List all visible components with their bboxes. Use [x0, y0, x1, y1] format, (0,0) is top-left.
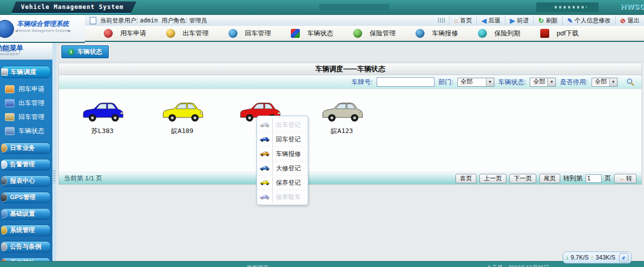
- window-title: Vehicle Management System: [11, 1, 137, 14]
- brand-title: 车辆综合管理系统: [17, 19, 69, 28]
- sidebar-section[interactable]: 告警管理: [0, 159, 51, 170]
- sidebar-section[interactable]: GPS管理: [0, 192, 51, 203]
- insurance-due-icon: [478, 29, 487, 38]
- toolbar-item[interactable]: 用车申请: [104, 29, 146, 38]
- toolbar-item[interactable]: 回车管理: [228, 29, 271, 38]
- nav-item[interactable]: ⊘ 退出: [615, 16, 644, 24]
- menu-return-icon: [5, 113, 14, 121]
- login-role-label: 用户角色:: [162, 17, 187, 24]
- context-menu-item[interactable]: 车辆报修: [257, 146, 308, 161]
- sidebar-section[interactable]: 报表中心: [0, 175, 51, 187]
- plate-label: 车牌号:: [352, 78, 373, 87]
- logout-icon: ⊘: [620, 17, 626, 24]
- report-center-icon: [0, 177, 7, 185]
- menu-status-icon: [5, 127, 14, 135]
- watermark-logo: HWSG: [621, 2, 644, 10]
- nav-item[interactable]: ◀ 后退: [476, 16, 505, 24]
- page-indicator: 当前第 1/1 页: [64, 174, 102, 183]
- nav-item[interactable]: ▶ 前进: [505, 16, 533, 24]
- banner-decoration: [555, 6, 587, 8]
- plate-input[interactable]: [377, 77, 434, 87]
- main-content: 1 车辆状态 车辆调度——车辆状态 车牌号: 部门: 全部 ▼ 车辆状态: 全部…: [56, 43, 644, 261]
- tab-vehicle-status[interactable]: 1 车辆状态: [61, 45, 109, 58]
- insurance-manage-icon: [353, 29, 362, 38]
- download-speed: 9.7K/S: [571, 254, 589, 261]
- toolbar-item-label: 保险管理: [370, 29, 396, 38]
- vehicle-card[interactable]: 皖A189: [159, 100, 206, 135]
- context-menu-item-label: 大修登记: [276, 164, 301, 173]
- app-logo-icon: [0, 20, 14, 38]
- prev-page-button[interactable]: 上一页: [479, 174, 506, 183]
- sidebar-section-label: 日常业务: [10, 144, 35, 152]
- goto-label: 转到第: [563, 174, 583, 183]
- sidebar-item[interactable]: 用车申请: [0, 82, 52, 96]
- toolbar-item[interactable]: 车辆报修: [416, 29, 458, 38]
- dept-select[interactable]: 全部 ▼: [457, 78, 494, 87]
- sidebar-item-label: 用车申请: [18, 85, 44, 94]
- stop-select[interactable]: 全部 ▼: [592, 78, 618, 87]
- toolbar-item[interactable]: 出车管理: [166, 29, 209, 38]
- sidebar-section[interactable]: 基础设置: [0, 208, 51, 220]
- network-speed-widget: ↓ 9.7K/S ↑ 343K/S e: [563, 252, 632, 264]
- scrollbar-thumb[interactable]: [53, 170, 55, 183]
- footer-bar: 版权所有： 今天是：2012年12月26日: [0, 261, 644, 267]
- sidebar-item-label: 车辆状态: [18, 127, 44, 135]
- car-icon: [0, 68, 8, 76]
- chevron-down-icon: ▼: [486, 78, 494, 86]
- sidebar-items: 用车申请 出车管理 回车管理 车辆状态: [0, 82, 52, 138]
- status-select[interactable]: 全部 ▼: [530, 78, 556, 87]
- goto-page-input[interactable]: [586, 174, 602, 183]
- next-page-button[interactable]: 下一页: [509, 174, 536, 183]
- vehicle-card[interactable]: 皖A123: [318, 100, 366, 135]
- context-menu-item[interactable]: 保养登记: [257, 175, 308, 190]
- nav-item[interactable]: ⌂ 首页: [449, 16, 476, 24]
- notice-rules-icon: [0, 243, 7, 251]
- context-menu-item[interactable]: 大修登记: [257, 161, 308, 175]
- nav-item[interactable]: ↻ 刷新: [533, 16, 562, 24]
- context-menu-item[interactable]: 回车登记: [257, 132, 308, 146]
- context-menu-item-label: 车辆报修: [276, 150, 301, 158]
- toolbar-item[interactable]: pdf下载: [540, 29, 579, 38]
- sidebar-item[interactable]: 回车管理: [0, 110, 52, 124]
- context-menu-item-label: 保养取车: [276, 193, 301, 202]
- sidebar-scrollbar[interactable]: [52, 43, 56, 267]
- go-button[interactable]: → 转: [614, 174, 637, 183]
- sidebar-section[interactable]: 公告与条例: [0, 241, 51, 253]
- brand-panel: 车辆综合管理系统 ◀Vehicle Management System▶: [0, 15, 85, 43]
- page-unit-label: 页: [605, 174, 611, 183]
- search-icon[interactable]: [626, 78, 635, 87]
- toolbar-item[interactable]: 车辆状态: [291, 29, 333, 38]
- toolbar-item[interactable]: 保险管理: [353, 29, 396, 38]
- login-user-value: admin: [140, 17, 158, 24]
- brand-subtitle: ◀Vehicle Management System▶: [15, 29, 71, 33]
- sidebar-header-title: 功能菜单: [0, 44, 23, 53]
- stop-label: 是否停用:: [560, 78, 588, 87]
- sidebar-section[interactable]: 日常业务: [0, 142, 51, 154]
- sidebar-item[interactable]: 出车管理: [0, 96, 52, 110]
- toolbar-item-label: pdf下载: [557, 29, 579, 38]
- sidebar-header-subtitle: MANAGEMENT: [0, 52, 20, 56]
- sidebar-item[interactable]: 车辆状态: [0, 124, 52, 138]
- refresh-icon: ↻: [538, 17, 544, 24]
- browser-icon[interactable]: e: [619, 253, 629, 263]
- pagination-controls: 首页 上一页 下一页 尾页 转到第 页 → 转: [455, 174, 637, 183]
- filter-bar: 车牌号: 部门: 全部 ▼ 车辆状态: 全部 ▼ 是否停用: 全部 ▼: [58, 75, 642, 89]
- toolbar-item[interactable]: 保险到期: [478, 29, 520, 38]
- pagination-bar: 当前第 1/1 页 首页 上一页 下一页 尾页 转到第 页 → 转: [58, 172, 642, 185]
- upload-speed: 343K/S: [596, 254, 615, 261]
- sidebar-section-label: 告警管理: [10, 160, 35, 169]
- nav-item[interactable]: ✎ 个人信息修改: [562, 16, 615, 24]
- login-bar: 当前登录用户:admin 用户角色:管理员 ⌂ 首页 ◀ 后退 ▶ 前进: [85, 15, 644, 26]
- last-page-button[interactable]: 尾页: [539, 174, 560, 183]
- vehicle-plate-label: 皖A123: [318, 127, 366, 135]
- login-info: 当前登录用户:admin 用户角色:管理员: [100, 16, 209, 25]
- vehicle-card[interactable]: 苏L383: [79, 100, 126, 135]
- sidebar-section-vehicle-dispatch[interactable]: 车辆调度: [0, 66, 51, 78]
- first-page-button[interactable]: 首页: [455, 174, 476, 183]
- sidebar-section[interactable]: 系统管理: [0, 225, 51, 236]
- upload-arrow-icon: ↑: [591, 254, 594, 261]
- menu-divider: [272, 118, 273, 203]
- tab-label: 车辆状态: [77, 48, 102, 56]
- back-icon: ◀: [481, 17, 486, 24]
- quick-toolbar: 用车申请 出车管理 回车管理 车辆状态 保险管理: [85, 26, 644, 42]
